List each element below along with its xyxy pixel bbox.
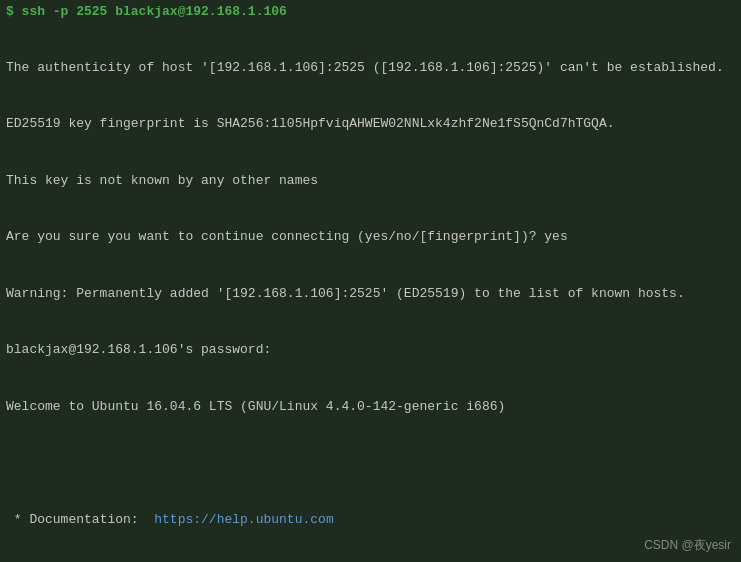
line3: This key is not known by any other names xyxy=(6,172,735,191)
watermark: CSDN @夜yesir xyxy=(644,537,731,554)
terminal-content[interactable]: The authenticity of host '[192.168.1.106… xyxy=(6,21,735,562)
title-text: $ ssh -p 2525 blackjax@192.168.1.106 xyxy=(6,4,287,19)
line4: Are you sure you want to continue connec… xyxy=(6,228,735,247)
line8 xyxy=(6,454,735,473)
terminal-window: $ ssh -p 2525 blackjax@192.168.1.106 The… xyxy=(0,0,741,562)
line7: Welcome to Ubuntu 16.04.6 LTS (GNU/Linux… xyxy=(6,398,735,417)
title-bar: $ ssh -p 2525 blackjax@192.168.1.106 xyxy=(6,4,735,19)
line5: Warning: Permanently added '[192.168.1.1… xyxy=(6,285,735,304)
line9: * Documentation: https://help.ubuntu.com xyxy=(6,511,735,530)
line6: blackjax@192.168.1.106's password: xyxy=(6,341,735,360)
line2: ED25519 key fingerprint is SHA256:1l05Hp… xyxy=(6,115,735,134)
doc-link: https://help.ubuntu.com xyxy=(154,512,333,527)
line1: The authenticity of host '[192.168.1.106… xyxy=(6,59,735,78)
